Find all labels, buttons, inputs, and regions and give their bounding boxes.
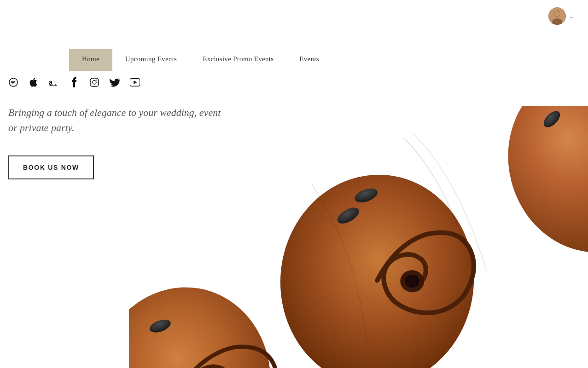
top-bar: ⌄ (0, 0, 588, 32)
social-bar: a (8, 77, 140, 87)
svg-point-8 (96, 80, 97, 80)
book-us-now-button[interactable]: BOOK US NOW (8, 155, 94, 179)
svg-point-3 (554, 11, 560, 17)
svg-rect-6 (90, 78, 99, 86)
user-avatar (548, 7, 566, 25)
nav-item-events[interactable]: Events (286, 49, 332, 71)
amazon-icon[interactable]: a (49, 77, 59, 87)
youtube-icon[interactable] (130, 77, 140, 87)
violin-hero-image (129, 106, 588, 368)
facebook-icon[interactable] (69, 77, 79, 87)
instagram-icon[interactable] (89, 77, 99, 87)
svg-point-7 (93, 80, 96, 84)
twitter-icon[interactable] (110, 77, 120, 87)
nav-bar: Home Upcoming Events Exclusive Promo Eve… (69, 49, 588, 71)
user-menu[interactable]: ⌄ (548, 7, 574, 25)
nav-item-home[interactable]: Home (69, 49, 112, 71)
apple-icon[interactable] (29, 77, 39, 87)
svg-point-16 (272, 167, 483, 368)
chevron-down-icon: ⌄ (569, 12, 574, 20)
nav-item-exclusive-promo[interactable]: Exclusive Promo Events (190, 49, 286, 71)
nav-item-upcoming-events[interactable]: Upcoming Events (112, 49, 190, 71)
spotify-icon[interactable] (8, 77, 18, 87)
svg-point-11 (488, 106, 588, 271)
svg-marker-10 (134, 80, 137, 84)
